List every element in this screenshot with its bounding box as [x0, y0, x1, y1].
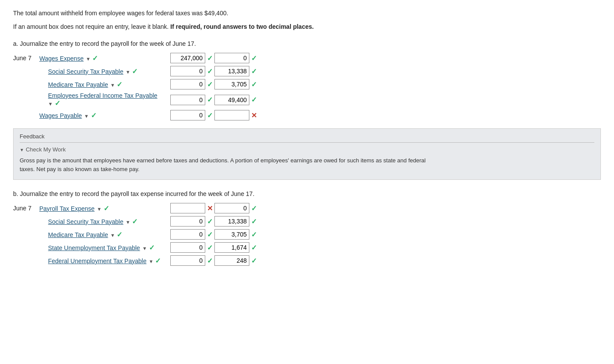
table-row: June 7Wages Expense ▼✓✓✓ — [13, 53, 601, 63]
dropdown-arrow-icon[interactable]: ▼ — [109, 82, 115, 88]
table-row: June 7Payroll Tax Expense ▼✓✕✓ — [13, 203, 601, 213]
dropdown-arrow-icon[interactable]: ▼ — [124, 220, 131, 225]
dropdown-arrow-icon[interactable]: ▼ — [83, 113, 89, 119]
account-col: State Unemployment Tax Payable ▼✓ — [39, 244, 166, 252]
credit-group: ✓ — [214, 53, 257, 63]
credit-input[interactable] — [214, 95, 249, 105]
debit-input[interactable] — [170, 216, 205, 227]
feedback-box: Feedback ▼Check My Work Gross pay is the… — [13, 128, 601, 180]
debit-input[interactable] — [170, 53, 205, 63]
debit-input[interactable] — [170, 242, 205, 253]
credit-check-icon: ✓ — [251, 217, 257, 226]
account-link[interactable]: Wages Payable — [39, 112, 82, 119]
feedback-title: Feedback — [20, 133, 594, 140]
intro-line2-bold: If required, round answers to two decima… — [170, 23, 314, 30]
account-check-icon: ✓ — [117, 81, 122, 88]
debit-input[interactable] — [170, 110, 205, 120]
debit-group: ✓ — [170, 53, 213, 63]
account-check-icon: ✓ — [132, 218, 138, 225]
debit-input[interactable] — [170, 95, 205, 105]
account-check-icon: ✓ — [132, 68, 138, 75]
account-col: Social Security Tax Payable ▼✓ — [39, 217, 166, 226]
credit-group: ✓ — [214, 79, 257, 89]
credit-check-icon: ✓ — [251, 54, 257, 62]
section-b-label: b. Journalize the entry to record the pa… — [13, 189, 601, 199]
dropdown-arrow-icon[interactable]: ▼ — [84, 56, 90, 62]
credit-input[interactable] — [214, 66, 249, 76]
credit-input[interactable] — [214, 216, 249, 227]
table-row: Employees Federal Income Tax Payable ▼✓✓… — [13, 92, 601, 107]
dropdown-arrow-icon[interactable]: ▼ — [109, 233, 115, 238]
account-col: Wages Expense ▼✓ — [39, 54, 166, 62]
feedback-text: Gross pay is the amount that employees h… — [20, 156, 594, 173]
credit-group: ✓ — [214, 66, 257, 76]
account-link[interactable]: Employees Federal Income Tax Payable — [48, 92, 157, 99]
account-link[interactable]: Payroll Tax Expense — [39, 205, 95, 212]
table-row: Federal Unemployment Tax Payable ▼✓✓✓ — [13, 255, 601, 266]
debit-group: ✓ — [170, 110, 213, 120]
credit-input[interactable] — [214, 53, 249, 63]
account-link[interactable]: State Unemployment Tax Payable — [48, 244, 140, 251]
credit-input[interactable] — [214, 229, 249, 240]
check-my-work: ▼Check My Work — [20, 146, 594, 153]
debit-input[interactable] — [170, 66, 205, 76]
credit-check-icon: ✓ — [251, 204, 257, 213]
account-col: Employees Federal Income Tax Payable ▼✓ — [39, 92, 166, 107]
account-link[interactable]: Social Security Tax Payable — [48, 218, 124, 225]
table-row: Wages Payable ▼✓✓✕ — [13, 110, 601, 120]
credit-check-icon: ✓ — [251, 257, 257, 265]
table-row: Medicare Tax Payable ▼✓✓✓ — [13, 79, 601, 89]
debit-input[interactable] — [170, 255, 205, 266]
intro-line1: The total amount withheld from employee … — [13, 9, 601, 18]
account-check-icon: ✓ — [91, 112, 97, 119]
credit-group: ✓ — [214, 203, 257, 213]
credit-input[interactable] — [214, 110, 249, 120]
section-b-journal: June 7Payroll Tax Expense ▼✓✕✓Social Sec… — [13, 203, 601, 266]
account-col: Social Security Tax Payable ▼✓ — [39, 67, 166, 76]
credit-group: ✓ — [214, 255, 257, 266]
account-col: Payroll Tax Expense ▼✓ — [39, 204, 166, 213]
date-label: June 7 — [13, 205, 39, 212]
credit-group: ✓ — [214, 95, 257, 105]
credit-group: ✓ — [214, 242, 257, 253]
debit-input[interactable] — [170, 229, 205, 240]
dropdown-arrow-icon[interactable]: ▼ — [147, 259, 153, 264]
account-check-icon: ✓ — [55, 100, 60, 107]
intro-line2: If an amount box does not require an ent… — [13, 22, 601, 31]
credit-group: ✕ — [214, 110, 257, 120]
account-check-icon: ✓ — [92, 55, 98, 62]
debit-cross-icon: ✕ — [207, 204, 213, 213]
credit-check-icon: ✓ — [251, 80, 257, 89]
credit-input[interactable] — [214, 79, 249, 89]
dropdown-arrow-icon[interactable]: ▼ — [124, 69, 131, 75]
account-link[interactable]: Social Security Tax Payable — [48, 68, 124, 75]
dropdown-arrow-icon[interactable]: ▼ — [141, 246, 147, 251]
account-col: Medicare Tax Payable ▼✓ — [39, 80, 166, 89]
credit-check-icon: ✓ — [251, 96, 257, 104]
debit-group: ✓ — [170, 242, 213, 253]
date-label: June 7 — [13, 55, 39, 62]
account-check-icon: ✓ — [103, 205, 109, 212]
account-link[interactable]: Federal Unemployment Tax Payable — [48, 258, 146, 264]
account-check-icon: ✓ — [117, 231, 122, 238]
credit-check-icon: ✓ — [251, 67, 257, 76]
account-col: Federal Unemployment Tax Payable ▼✓ — [39, 257, 166, 265]
credit-group: ✓ — [214, 216, 257, 227]
debit-group: ✓ — [170, 79, 213, 89]
debit-check-icon: ✓ — [207, 67, 213, 76]
debit-input[interactable] — [170, 203, 205, 213]
dropdown-arrow-icon[interactable]: ▼ — [48, 101, 53, 106]
credit-input[interactable] — [214, 203, 249, 213]
credit-input[interactable] — [214, 255, 249, 266]
account-link[interactable]: Medicare Tax Payable — [48, 231, 108, 238]
debit-group: ✕ — [170, 203, 213, 213]
account-link[interactable]: Wages Expense — [39, 55, 83, 62]
debit-input[interactable] — [170, 79, 205, 89]
account-link[interactable]: Medicare Tax Payable — [48, 81, 108, 88]
section-a-label: a. Journalize the entry to record the pa… — [13, 39, 601, 48]
credit-input[interactable] — [214, 242, 249, 253]
debit-check-icon: ✓ — [207, 111, 213, 120]
debit-group: ✓ — [170, 216, 213, 227]
dropdown-arrow-icon[interactable]: ▼ — [96, 206, 102, 212]
intro-line2-pre: If an amount box does not require an ent… — [13, 23, 170, 30]
